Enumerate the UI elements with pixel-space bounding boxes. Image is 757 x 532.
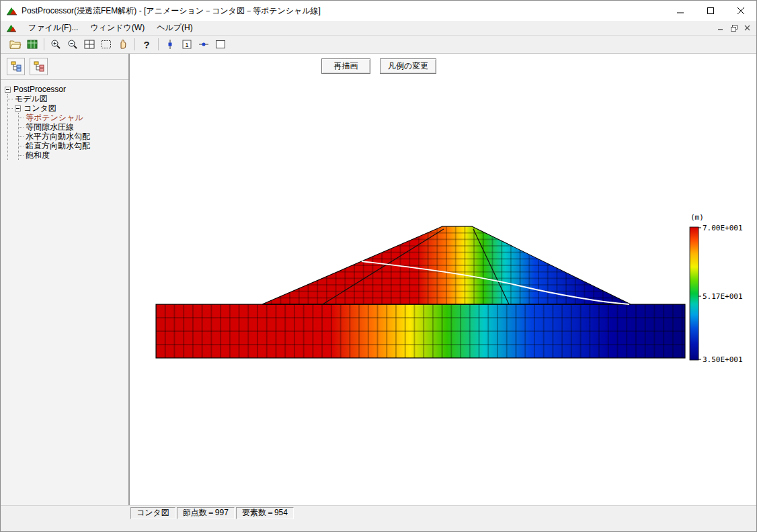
window-title: PostProcessor(浸透流FEM解析) - [アニメーション－コンタ図－…	[22, 5, 321, 17]
status-elements-cell: 要素数＝954	[236, 507, 294, 519]
zoom-in-button[interactable]	[48, 37, 64, 52]
collapse-icon[interactable]	[15, 105, 21, 112]
minimize-button[interactable]	[666, 1, 696, 21]
menubar: ファイル(F)... ウィンドウ(W) ヘルプ(H)	[1, 21, 756, 36]
pan-button[interactable]	[115, 37, 131, 52]
tree-item-vertical-gradient[interactable]: 鉛直方向動水勾配	[19, 141, 127, 150]
node-number-button[interactable]: 1	[179, 37, 195, 52]
status-nodes-cell: 節点数＝997	[177, 507, 235, 519]
dam-cross-section	[156, 226, 685, 358]
tree-view-button-1[interactable]	[7, 58, 25, 75]
mdi-minimize-icon	[717, 25, 723, 31]
toolbar-separator	[41, 38, 47, 51]
select-area-icon	[101, 40, 112, 49]
window-controls	[666, 1, 756, 21]
rectangle-icon	[215, 40, 226, 49]
open-file-button[interactable]	[7, 37, 24, 52]
tree-connector	[19, 127, 24, 128]
maximize-icon	[707, 7, 715, 15]
app-window: PostProcessor(浸透流FEM解析) - [アニメーション－コンタ図－…	[0, 0, 757, 532]
close-button[interactable]	[726, 1, 756, 21]
redraw-button[interactable]: 再描画	[321, 58, 370, 74]
legend-tick-max: 7.00E+001	[703, 224, 743, 232]
mdi-close-button[interactable]	[742, 23, 753, 33]
horizontal-line-node-icon	[198, 40, 209, 49]
mdi-restore-icon	[731, 25, 738, 32]
green-table-icon	[27, 40, 38, 49]
tree-item-horizontal-gradient[interactable]: 水平方向動水勾配	[19, 132, 127, 141]
magnifier-minus-icon	[67, 39, 78, 50]
folder-open-icon	[9, 40, 22, 49]
statusbar: コンタ図 節点数＝997 要素数＝954	[1, 505, 756, 520]
collapse-icon[interactable]	[5, 87, 11, 93]
svg-text:1: 1	[185, 42, 188, 48]
hand-icon	[118, 39, 128, 50]
toolbar-separator	[155, 38, 161, 51]
minimize-icon	[677, 7, 684, 15]
tree-root-row[interactable]: PostProcessor	[5, 85, 127, 94]
mdi-restore-button[interactable]	[728, 23, 740, 33]
zoom-area-button[interactable]	[98, 37, 114, 52]
rectangle-button[interactable]	[212, 37, 229, 52]
mdi-system-menu-icon[interactable]	[6, 24, 17, 33]
legend-colorbar	[690, 227, 699, 360]
embankment-mesh	[262, 226, 631, 304]
mdi-minimize-button[interactable]	[715, 23, 726, 33]
tree-branch: 等ポテンシャル 等間隙水圧線 水平方向動水勾配 鉛直方向動水勾配	[18, 113, 127, 160]
menu-item-file[interactable]: ファイル(F)...	[22, 20, 84, 36]
maximize-button[interactable]	[696, 1, 726, 21]
status-view-cell: コンタ図	[130, 507, 175, 519]
question-icon: ?	[143, 39, 149, 50]
tree-connector	[19, 136, 24, 137]
tree-connector	[19, 118, 24, 118]
tree-connector	[19, 155, 24, 156]
legend-change-button[interactable]: 凡例の変更	[380, 58, 436, 74]
tree-branch: モデル図 コンタ図 等ポテンシャル 等間隙	[7, 94, 127, 160]
panel-toolbar	[1, 54, 128, 80]
close-icon	[738, 7, 745, 15]
tree-connector	[8, 99, 13, 99]
tree-item-contour-diagram[interactable]: コンタ図	[8, 103, 127, 113]
app-icon	[6, 6, 17, 16]
tree-item-equipotential[interactable]: 等ポテンシャル	[19, 113, 127, 122]
tree-view-button-2[interactable]	[30, 58, 48, 75]
menu-item-window[interactable]: ウィンドウ(W)	[84, 20, 151, 36]
mdi-window-controls	[715, 23, 756, 33]
plot-canvas: (m) 7.00E+001 5.17E+001 3.50E+001 再描画 凡例…	[130, 54, 756, 505]
tree-connector	[19, 146, 24, 146]
tree-item-pore-pressure[interactable]: 等間隙水圧線	[19, 122, 127, 132]
main-toolbar: ? 1	[1, 36, 756, 54]
legend-unit: (m)	[690, 213, 704, 222]
tree-connector	[8, 108, 13, 109]
magnifier-plus-icon	[50, 39, 61, 50]
left-panel: PostProcessor モデル図 コンタ図	[1, 54, 130, 505]
legend-tick-mid: 5.17E+001	[703, 292, 743, 301]
number-box-icon: 1	[182, 40, 192, 49]
color-legend: (m) 7.00E+001 5.17E+001 3.50E+001	[690, 213, 743, 364]
window-grid-icon	[84, 40, 95, 49]
legend-tick-min: 3.50E+001	[703, 355, 743, 364]
toolbar-separator	[132, 38, 138, 51]
model-tree: PostProcessor モデル図 コンタ図	[1, 80, 128, 161]
tree-blue-icon	[11, 61, 22, 72]
titlebar: PostProcessor(浸透流FEM解析) - [アニメーション－コンタ図－…	[1, 1, 756, 21]
window-bottom-edge	[1, 520, 756, 531]
mdi-close-icon	[744, 25, 750, 31]
tree-red-icon	[34, 61, 44, 72]
node-vertical-line-button[interactable]	[162, 37, 178, 52]
tree-root-label: PostProcessor	[13, 85, 66, 94]
foundation-mesh	[156, 304, 685, 358]
node-horizontal-line-button[interactable]	[196, 37, 212, 52]
zoom-out-button[interactable]	[65, 37, 81, 52]
help-button[interactable]: ?	[138, 37, 155, 52]
fit-window-button[interactable]	[81, 37, 97, 52]
tree-item-model-diagram[interactable]: モデル図	[8, 94, 127, 103]
vertical-line-node-icon	[165, 39, 175, 50]
main-area: PostProcessor モデル図 コンタ図	[1, 54, 756, 505]
contour-plot: (m) 7.00E+001 5.17E+001 3.50E+001	[130, 54, 756, 505]
menu-item-help[interactable]: ヘルプ(H)	[151, 20, 199, 36]
tree-item-saturation[interactable]: 飽和度	[19, 150, 127, 160]
bmp-export-button[interactable]	[24, 37, 40, 52]
